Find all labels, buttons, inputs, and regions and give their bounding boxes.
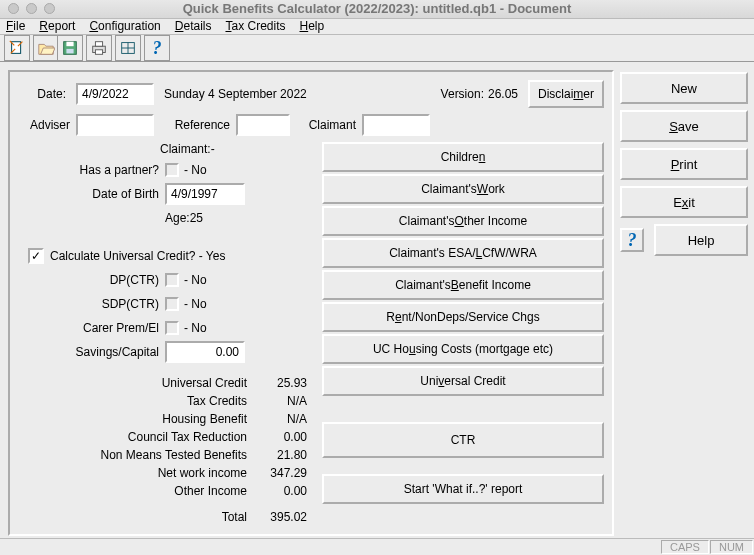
toolbar-help-icon[interactable]: ? (145, 36, 169, 60)
res-total-label: Total (22, 510, 247, 524)
menu-details[interactable]: Details (175, 19, 212, 33)
nav-esa[interactable]: Claimant's ESA/LCfW/WRA (322, 238, 604, 268)
side-new-button[interactable]: New (620, 72, 748, 104)
nav-work[interactable]: Claimant's Work (322, 174, 604, 204)
reference-input[interactable] (236, 114, 290, 136)
dp-label: DP(CTR) (22, 273, 159, 287)
workspace: Date: Sunday 4 September 2022 Version: 2… (0, 62, 754, 538)
adviser-input[interactable] (76, 114, 154, 136)
date-long: Sunday 4 September 2022 (164, 87, 307, 101)
status-caps: CAPS (661, 540, 709, 554)
res-tc-label: Tax Credits (22, 394, 247, 408)
side-help-button[interactable]: Help (654, 224, 748, 256)
dob-label: Date of Birth (22, 187, 159, 201)
res-uc-value: 25.93 (261, 376, 307, 390)
svg-rect-5 (66, 42, 73, 47)
date-label: Date: (22, 87, 66, 101)
side-exit-button[interactable]: Exit (620, 186, 748, 218)
svg-rect-9 (95, 50, 102, 55)
nav-ctr[interactable]: CTR (322, 422, 604, 458)
menu-help[interactable]: Help (300, 19, 325, 33)
date-input[interactable] (76, 83, 154, 105)
res-nmt-value: 21.80 (261, 448, 307, 462)
age-label: Age:25 (165, 211, 203, 225)
nav-rent[interactable]: Rent/NonDeps/Service Chgs (322, 302, 604, 332)
res-ctr-label: Council Tax Reduction (22, 430, 247, 444)
version-label: Version: (441, 87, 484, 101)
right-column: Children Claimant's Work Claimant's Othe… (322, 142, 604, 526)
toolbar-save-icon[interactable] (58, 36, 82, 60)
res-total-value: 395.02 (261, 510, 307, 524)
sdp-checkbox[interactable] (165, 297, 179, 311)
carer-label: Carer Prem/El (22, 321, 159, 335)
res-nmt-label: Non Means Tested Benefits (22, 448, 247, 462)
left-column: Claimant:- Has a partner? - No Date of B… (22, 142, 312, 526)
dob-input[interactable] (165, 183, 245, 205)
toolbar-open-icon[interactable] (34, 36, 58, 60)
dp-checkbox[interactable] (165, 273, 179, 287)
nav-uc[interactable]: Universal Credit (322, 366, 604, 396)
menu-configuration[interactable]: Configuration (89, 19, 160, 33)
dp-value: - No (184, 273, 207, 287)
partner-value: - No (184, 163, 207, 177)
uc-checkbox[interactable]: ✓ (28, 248, 44, 264)
nav-children[interactable]: Children (322, 142, 604, 172)
svg-rect-6 (66, 49, 73, 54)
side-save-button[interactable]: Save (620, 110, 748, 142)
sdp-value: - No (184, 297, 207, 311)
side-print-button[interactable]: Print (620, 148, 748, 180)
titlebar: Quick Benefits Calculator (2022/2023): u… (0, 0, 754, 19)
res-other-value: 0.00 (261, 484, 307, 498)
carer-checkbox[interactable] (165, 321, 179, 335)
reference-label: Reference (160, 118, 230, 132)
help-icon[interactable]: ? (620, 228, 644, 252)
sdp-label: SDP(CTR) (22, 297, 159, 311)
statusbar: CAPS NUM (0, 538, 754, 555)
partner-label: Has a partner? (22, 163, 159, 177)
res-net-value: 347.29 (261, 466, 307, 480)
toolbar-new-icon[interactable] (5, 36, 29, 60)
carer-value: - No (184, 321, 207, 335)
claimant-heading: Claimant:- (160, 142, 312, 156)
nav-uc-housing[interactable]: UC Housing Costs (mortgage etc) (322, 334, 604, 364)
res-tc-value: N/A (261, 394, 307, 408)
menu-report[interactable]: Report (39, 19, 75, 33)
nav-whatif[interactable]: Start 'What if..?' report (322, 474, 604, 504)
claimant-label: Claimant (296, 118, 356, 132)
main-panel: Date: Sunday 4 September 2022 Version: 2… (8, 70, 614, 536)
version-value: 26.05 (488, 87, 518, 101)
status-num: NUM (710, 540, 753, 554)
nav-benefit-income[interactable]: Claimant's Benefit Income (322, 270, 604, 300)
res-uc-label: Universal Credit (22, 376, 247, 390)
toolbar: ? (0, 35, 754, 62)
side-help-row: ? Help (620, 224, 748, 256)
menu-tax-credits[interactable]: Tax Credits (225, 19, 285, 33)
res-net-label: Net work income (22, 466, 247, 480)
savings-input[interactable] (165, 341, 245, 363)
res-hb-label: Housing Benefit (22, 412, 247, 426)
uc-calc-label: Calculate Universal Credit? - Yes (50, 249, 225, 263)
disclaimer-button[interactable]: Disclaimer (528, 80, 604, 108)
side-panel: New Save Print Exit ? Help (620, 70, 748, 536)
window-title: Quick Benefits Calculator (2022/2023): u… (0, 1, 754, 16)
res-other-label: Other Income (22, 484, 247, 498)
partner-checkbox[interactable] (165, 163, 179, 177)
toolbar-print-icon[interactable] (87, 36, 111, 60)
nav-other-income[interactable]: Claimant's Other Income (322, 206, 604, 236)
claimant-input[interactable] (362, 114, 430, 136)
menubar: File Report Configuration Details Tax Cr… (0, 19, 754, 35)
res-hb-value: N/A (261, 412, 307, 426)
toolbar-grid-icon[interactable] (116, 36, 140, 60)
svg-rect-8 (95, 42, 102, 47)
menu-file[interactable]: File (6, 19, 25, 33)
savings-label: Savings/Capital (22, 345, 159, 359)
res-ctr-value: 0.00 (261, 430, 307, 444)
results-block: Universal Credit25.93 Tax CreditsN/A Hou… (22, 374, 312, 526)
adviser-label: Adviser (22, 118, 70, 132)
